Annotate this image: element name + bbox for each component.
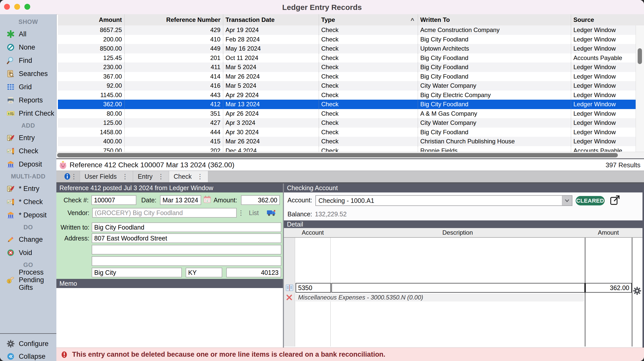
- column-header-label: Transaction Date: [226, 16, 275, 23]
- sidebar-item-entry[interactable]: Entry: [0, 131, 56, 144]
- sidebar-item-change[interactable]: Change: [0, 233, 56, 246]
- cell-written-to: Christian Church Publishing House: [418, 137, 571, 146]
- table-row[interactable]: 92.00416Mar 5 2024CheckCity Water Compan…: [58, 81, 636, 91]
- sidebar-item-none[interactable]: None: [0, 41, 56, 54]
- window-title: Ledger Entry Records: [0, 0, 644, 14]
- ledger-book-icon[interactable]: [285, 283, 294, 292]
- written-to-field[interactable]: Big City Foodland: [92, 222, 281, 232]
- chevron-down-icon[interactable]: [562, 196, 572, 205]
- sidebar-item-entry[interactable]: * Entry: [0, 182, 56, 195]
- account-select[interactable]: Checking - 1000.A1: [315, 195, 572, 206]
- vendor-list-button[interactable]: List: [249, 208, 263, 218]
- address-line3-field[interactable]: [92, 256, 281, 266]
- vendor-menu-dots-icon[interactable]: ⋮: [238, 208, 244, 218]
- amount-field[interactable]: 362.00: [241, 195, 280, 205]
- table-row[interactable]: 367.00414Mar 26 2024CheckBig City Foodla…: [58, 72, 636, 81]
- row-settings-gear-icon[interactable]: [633, 287, 641, 295]
- table-row[interactable]: 1458.00444Apr 30 2024CheckBig City Foodl…: [58, 128, 636, 137]
- detail-col-account[interactable]: Account: [295, 228, 330, 237]
- cell-type: Check: [319, 91, 418, 100]
- tab-check[interactable]: Check⋮: [169, 171, 208, 182]
- address-line1-field[interactable]: 807 East Woodford Street: [92, 233, 281, 243]
- sidebar-item-configure[interactable]: Configure: [0, 337, 56, 350]
- delete-line-icon[interactable]: [285, 294, 293, 301]
- horizontal-scrollbar[interactable]: [56, 152, 644, 158]
- sidebar-item-deposit[interactable]: * Deposit: [0, 208, 56, 222]
- gift-coin-icon: $: [7, 276, 15, 284]
- table-row[interactable]: 362.00412Mar 13 2024CheckBig City Foodla…: [58, 100, 636, 109]
- memo-field[interactable]: [56, 288, 283, 348]
- check-panel: Reference 412 posted Jul 3 2024 from Led…: [56, 184, 283, 348]
- column-header-reference-number[interactable]: Reference Number: [124, 14, 223, 25]
- vendor-field[interactable]: (GROCERY) Big City Foodland: [92, 208, 237, 218]
- panel-right-edge: [642, 184, 644, 348]
- cell-transaction-date: Apr 19 2024: [223, 25, 319, 35]
- state-field[interactable]: KY: [186, 268, 222, 277]
- sidebar-item-label: Collapse: [19, 353, 45, 360]
- tab-menu-dots-icon[interactable]: ⋮: [122, 171, 128, 182]
- vertical-scrollbar[interactable]: [636, 25, 644, 152]
- detail-account-field[interactable]: 5350: [296, 283, 331, 293]
- info-icon[interactable]: [63, 173, 71, 180]
- sidebar-item-check[interactable]: $* Check: [0, 195, 56, 208]
- sidebar-item-check[interactable]: $Check: [0, 144, 56, 158]
- sidebar-item-collapse[interactable]: Collapse: [0, 350, 56, 361]
- cell-type: Check: [319, 109, 418, 118]
- column-header-transaction-date[interactable]: Transaction Date: [223, 14, 319, 25]
- sidebar-item-print-check[interactable]: $Print Check: [0, 107, 56, 120]
- collapse-icon: [7, 352, 15, 360]
- date-field[interactable]: Mar 13 2024: [160, 195, 201, 205]
- detail-col-description[interactable]: Description: [330, 228, 585, 237]
- tab-entry[interactable]: Entry⋮: [133, 171, 169, 182]
- column-header-written-to[interactable]: Written To: [418, 14, 571, 25]
- city-field[interactable]: Big City: [92, 268, 182, 277]
- printer-icon: [7, 96, 15, 104]
- tab-menu-dots-icon[interactable]: ⋮: [158, 171, 164, 182]
- table-row[interactable]: 125.45201Oct 11 2024CheckBig City Foodla…: [58, 53, 636, 63]
- sidebar-item-grid[interactable]: Grid: [0, 80, 56, 94]
- cell-amount: 80.00: [58, 109, 124, 118]
- column-header-amount[interactable]: Amount: [58, 14, 124, 25]
- external-link-icon[interactable]: [610, 195, 620, 205]
- detail-amount-field[interactable]: 362.00: [585, 283, 632, 293]
- table-row[interactable]: 750.00202Dec 4 2024CheckRonnie FieldsAcc…: [58, 146, 636, 152]
- detail-col-amount[interactable]: Amount: [585, 228, 632, 237]
- void-icon: [7, 249, 15, 257]
- sidebar-item-find[interactable]: Find: [0, 54, 56, 67]
- cell-type: Check: [319, 72, 418, 81]
- address-line2-field[interactable]: [92, 245, 281, 254]
- column-header-label: Type: [321, 16, 335, 23]
- sidebar-item-void[interactable]: Void: [0, 246, 56, 259]
- sidebar-item-process-pending-gifts[interactable]: $Process Pending Gifts: [0, 270, 56, 289]
- detail-description-field[interactable]: [331, 283, 585, 293]
- sidebar-section-add: ADD: [0, 120, 56, 131]
- column-header-source[interactable]: Source: [571, 14, 636, 25]
- horizontal-scrollbar-thumb[interactable]: [57, 153, 618, 157]
- tab-menu-dots-icon[interactable]: ⋮: [197, 171, 203, 182]
- cell-type: Check: [319, 118, 418, 128]
- table-row[interactable]: 400.00415Mar 26 2024CheckChristian Churc…: [58, 137, 636, 146]
- table-row[interactable]: 230.00411Mar 5 2024CheckBig City Foodlan…: [58, 63, 636, 72]
- table-row[interactable]: 125.00427Apr 3 2024CheckCity Water Compa…: [58, 118, 636, 128]
- table-row[interactable]: 8657.25429Apr 19 2024CheckAcme Construct…: [58, 25, 636, 35]
- table-row[interactable]: 200.00410Feb 28 2024CheckBig City Foodla…: [58, 35, 636, 44]
- table-row[interactable]: 1145.00443Apr 29 2024CheckBig City Elect…: [58, 91, 636, 100]
- sidebar-item-all[interactable]: All: [0, 27, 56, 41]
- tab-info[interactable]: ⋮: [56, 171, 80, 182]
- table-row[interactable]: 80.00351Apr 26 2024CheckA & M Gas Compan…: [58, 109, 636, 118]
- tab-menu-dots-icon[interactable]: ⋮: [71, 171, 77, 182]
- detail-account-note-row: Miscellaneous Expenses - 3000.5350.N (0.…: [296, 293, 584, 302]
- vertical-scrollbar-thumb[interactable]: [638, 48, 642, 64]
- zip-field[interactable]: 40123: [226, 268, 281, 277]
- vendor-truck-icon[interactable]: [266, 208, 277, 218]
- column-header-type[interactable]: Type^: [319, 14, 418, 25]
- table-row[interactable]: 8500.00449May 16 2024CheckUptown Archite…: [58, 44, 636, 53]
- sidebar-item-deposit[interactable]: Deposit: [0, 158, 56, 171]
- cell-transaction-date: Feb 28 2024: [223, 35, 319, 44]
- sidebar-divider: [0, 333, 56, 334]
- check-number-field[interactable]: 100007: [91, 195, 136, 205]
- tab-user-fields[interactable]: User Fields⋮: [80, 171, 133, 182]
- sidebar-item-searches[interactable]: Searches: [0, 67, 56, 80]
- sidebar-item-reports[interactable]: Reports: [0, 94, 56, 107]
- cleared-badge[interactable]: CLEARED: [576, 196, 605, 205]
